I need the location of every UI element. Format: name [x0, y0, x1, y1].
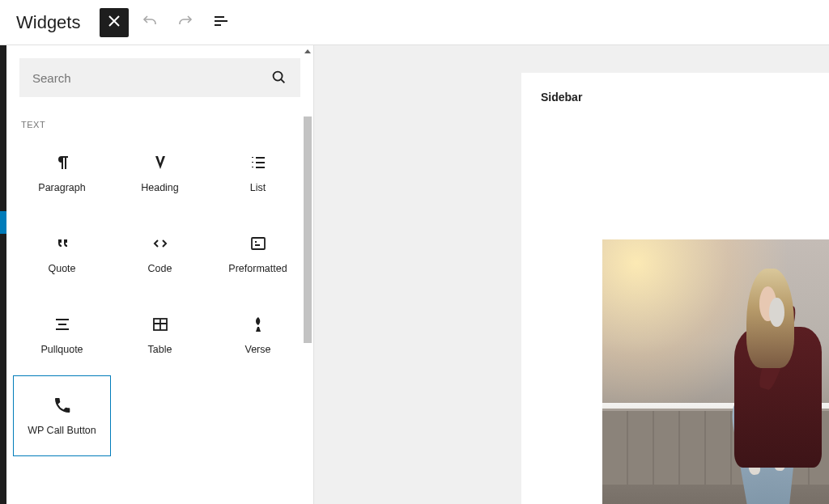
preview-image [602, 239, 829, 504]
search-box[interactable] [19, 58, 300, 97]
block-label: Table [148, 344, 172, 355]
scrollbar-thumb[interactable] [304, 116, 312, 343]
block-label: Code [148, 263, 172, 274]
block-label: Pullquote [40, 344, 83, 355]
verse-icon [249, 315, 268, 334]
admin-bar-stripe [0, 45, 6, 504]
scroll-up-icon[interactable] [302, 45, 313, 57]
preformatted-icon [249, 234, 268, 253]
block-heading[interactable]: Heading [111, 133, 209, 214]
redo-icon [176, 11, 195, 33]
block-wp-call-button[interactable]: WP Call Button [13, 375, 111, 456]
close-icon [104, 11, 124, 33]
block-label: WP Call Button [28, 425, 96, 436]
editor-canvas: Sidebar [314, 45, 829, 504]
block-label: Heading [141, 182, 179, 193]
block-label: List [250, 182, 266, 193]
list-view-button[interactable] [206, 8, 236, 37]
close-inserter-button[interactable] [100, 8, 129, 37]
block-label: Paragraph [38, 182, 85, 193]
redo-button[interactable] [171, 8, 200, 37]
block-preformatted[interactable]: Preformatted [209, 214, 307, 294]
inserter-scrollbar[interactable] [302, 45, 313, 504]
person-figure [704, 239, 829, 504]
block-table[interactable]: Table [111, 294, 209, 375]
app-root: Widgets [0, 0, 829, 504]
block-verse[interactable]: Verse [209, 294, 307, 375]
phone-icon [53, 396, 72, 415]
list-icon [249, 153, 268, 172]
block-list[interactable]: List [209, 133, 307, 214]
block-label: Verse [245, 344, 271, 355]
pullquote-icon [53, 315, 72, 334]
svg-point-0 [274, 71, 283, 80]
search-input[interactable] [32, 71, 263, 85]
widget-area-title: Sidebar [541, 91, 810, 104]
block-quote[interactable]: Quote [13, 214, 111, 294]
block-code[interactable]: Code [111, 214, 209, 294]
undo-button[interactable] [135, 8, 164, 37]
code-icon [151, 234, 170, 253]
editor-body: TEXT Paragraph Heading [0, 45, 829, 504]
block-inserter-panel: TEXT Paragraph Heading [6, 45, 314, 504]
category-label: TEXT [6, 110, 313, 133]
widget-area-sidebar[interactable]: Sidebar [521, 73, 829, 504]
block-label: Preformatted [228, 263, 287, 274]
undo-icon [140, 11, 159, 33]
block-grid: Paragraph Heading List [6, 133, 313, 466]
list-view-icon [211, 11, 231, 33]
search-icon [270, 68, 287, 88]
svg-rect-1 [252, 238, 265, 249]
block-pullquote[interactable]: Pullquote [13, 294, 111, 375]
search-row [6, 45, 313, 110]
heading-icon [151, 153, 170, 172]
hand-mitten [769, 298, 784, 327]
page-title: Widgets [16, 12, 80, 33]
block-label: Quote [48, 263, 75, 274]
table-icon [151, 315, 170, 334]
paragraph-icon [53, 153, 72, 172]
top-toolbar: Widgets [0, 0, 829, 45]
block-paragraph[interactable]: Paragraph [13, 133, 111, 214]
quote-icon [53, 234, 72, 253]
